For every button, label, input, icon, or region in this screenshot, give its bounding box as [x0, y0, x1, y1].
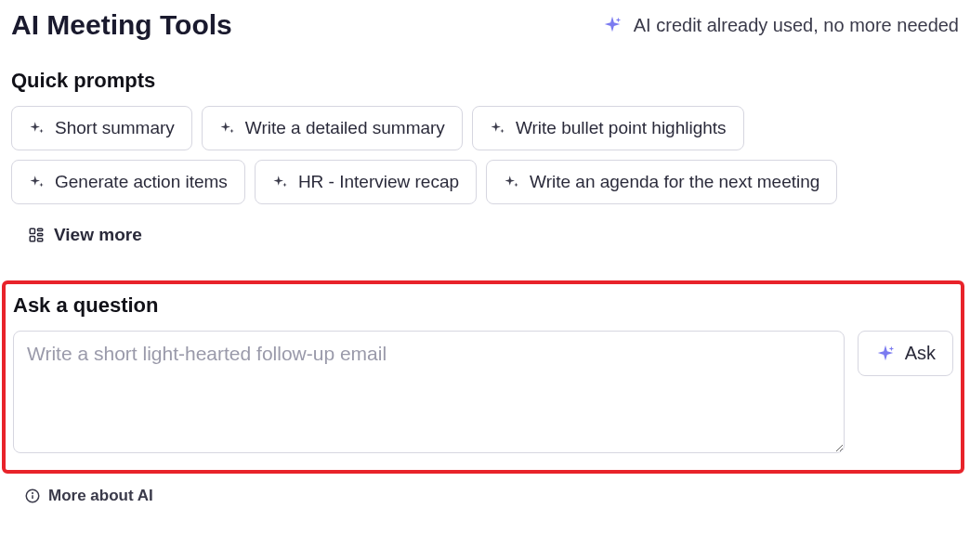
- credit-status-text: AI credit already used, no more needed: [634, 15, 959, 36]
- prompt-label: Generate action items: [55, 172, 228, 192]
- prompt-bullet-highlights[interactable]: Write bullet point highlights: [472, 106, 744, 150]
- prompt-action-items[interactable]: Generate action items: [11, 160, 245, 204]
- svg-rect-4: [38, 239, 43, 241]
- credit-status: AI credit already used, no more needed: [602, 15, 959, 36]
- svg-rect-0: [30, 228, 34, 233]
- sparkle-icon: [504, 174, 520, 190]
- prompt-short-summary[interactable]: Short summary: [11, 106, 192, 150]
- svg-rect-3: [30, 237, 34, 241]
- page-title: AI Meeting Tools: [11, 9, 232, 41]
- prompt-hr-interview-recap[interactable]: HR - Interview recap: [255, 160, 477, 204]
- svg-rect-1: [38, 228, 43, 230]
- quick-prompts-heading: Quick prompts: [11, 69, 959, 93]
- prompt-label: Write bullet point highlights: [516, 118, 727, 138]
- sparkle-icon: [875, 344, 896, 364]
- sparkle-icon: [490, 120, 506, 137]
- svg-rect-2: [38, 234, 43, 236]
- ask-heading: Ask a question: [13, 293, 953, 318]
- ask-button[interactable]: Ask: [858, 331, 953, 376]
- header: AI Meeting Tools AI credit already used,…: [11, 9, 959, 41]
- question-input[interactable]: [13, 331, 845, 453]
- ask-row: Ask: [13, 331, 953, 453]
- prompt-label: Short summary: [55, 118, 175, 138]
- ask-section-highlight: Ask a question Ask: [2, 280, 964, 474]
- svg-point-7: [33, 493, 33, 494]
- prompt-detailed-summary[interactable]: Write a detailed summary: [202, 106, 463, 150]
- view-more-button[interactable]: View more: [11, 214, 159, 256]
- prompt-write-agenda[interactable]: Write an agenda for the next meeting: [486, 160, 837, 204]
- sparkle-icon: [29, 120, 46, 137]
- dashboard-icon: [28, 227, 45, 243]
- ask-button-label: Ask: [905, 343, 936, 364]
- info-icon: [24, 488, 41, 504]
- more-about-ai-label: More about AI: [48, 487, 153, 505]
- prompt-label: Write a detailed summary: [245, 118, 445, 138]
- sparkle-icon: [29, 174, 46, 190]
- view-more-label: View more: [54, 225, 142, 245]
- more-about-ai-link[interactable]: More about AI: [24, 487, 153, 505]
- sparkle-icon: [272, 174, 289, 190]
- sparkle-icon: [602, 15, 623, 35]
- quick-prompts-list: Short summary Write a detailed summary W…: [11, 106, 959, 256]
- prompt-label: HR - Interview recap: [298, 172, 459, 192]
- sparkle-icon: [219, 120, 236, 137]
- prompt-label: Write an agenda for the next meeting: [530, 172, 819, 192]
